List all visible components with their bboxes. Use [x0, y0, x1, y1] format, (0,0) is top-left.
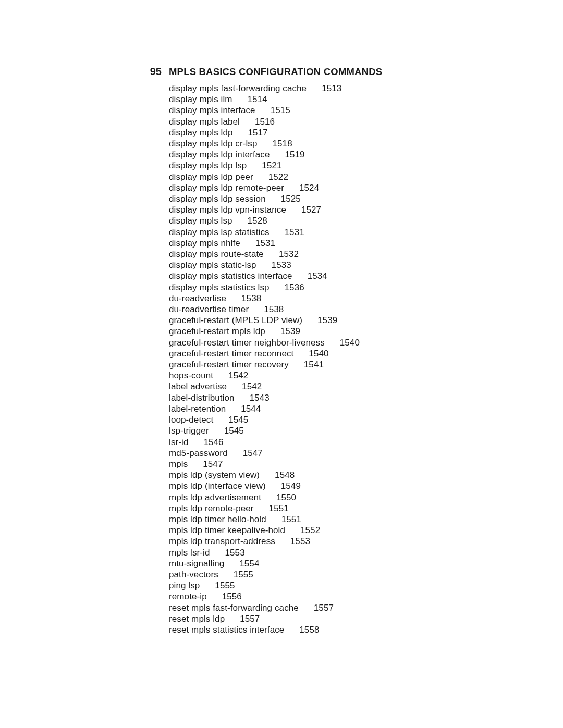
toc-entry: label-distribution 1543 — [169, 392, 512, 403]
toc-entry: lsr-id 1546 — [169, 437, 512, 448]
toc-entry: mpls ldp remote-peer 1551 — [169, 503, 512, 514]
toc-entry: graceful-restart (MPLS LDP view) 1539 — [169, 315, 512, 326]
toc-entry: ping lsp 1555 — [169, 580, 512, 591]
toc-entry-page: 1522 — [268, 172, 288, 182]
toc-entry: label-retention 1544 — [169, 403, 512, 414]
toc-entry-page: 1540 — [340, 338, 360, 348]
toc-entry-command: lsp-trigger — [169, 426, 209, 436]
toc-entry-page: 1540 — [309, 349, 328, 359]
toc-entry-page: 1547 — [203, 459, 223, 469]
toc-entry-page: 1521 — [262, 161, 282, 170]
toc-entry-command: mpls ldp remote-peer — [169, 503, 254, 513]
toc-entry-command: graceful-restart timer neighbor-liveness — [169, 338, 325, 348]
chapter-number: 95 — [137, 66, 162, 78]
toc-entry-page: 1556 — [222, 591, 242, 601]
chapter-title: MPLS BASICS CONFIGURATION COMMANDS — [169, 66, 382, 78]
toc-entry-command: label advertise — [169, 381, 227, 391]
toc-entry: mpls 1547 — [169, 459, 512, 470]
toc-entry-command: lsr-id — [169, 437, 188, 447]
toc-entry-page: 1525 — [281, 194, 301, 204]
toc-entry: mpls ldp timer keepalive-hold 1552 — [169, 525, 512, 536]
toc-entry-page: 1514 — [248, 94, 267, 104]
toc-entry-page: 1524 — [299, 183, 319, 193]
toc-entry: mpls ldp (system view) 1548 — [169, 470, 512, 480]
toc-entry-command: label-distribution — [169, 393, 235, 403]
toc-entry: display mpls lsp statistics 1531 — [169, 227, 512, 238]
toc-entry-command: display mpls ldp vpn-instance — [169, 205, 286, 215]
toc-entry: mpls ldp (interface view) 1549 — [169, 480, 512, 491]
toc-entry-page: 1555 — [215, 581, 235, 590]
toc-entry-command: mpls — [169, 459, 188, 469]
toc-entry: display mpls interface 1515 — [169, 105, 512, 116]
toc-entry: graceful-restart timer neighbor-liveness… — [169, 337, 512, 348]
toc-entry-command: display mpls label — [169, 117, 240, 127]
toc-entry-command: mpls ldp (system view) — [169, 470, 260, 480]
toc-entry-page: 1516 — [255, 117, 275, 127]
toc-entry-command: display mpls interface — [169, 105, 255, 115]
toc-entry-page: 1538 — [264, 304, 284, 314]
toc-entry-page: 1538 — [241, 293, 261, 303]
toc-entry-page: 1544 — [241, 404, 261, 414]
toc-entry: lsp-trigger 1545 — [169, 425, 512, 436]
toc-entry: loop-detect 1545 — [169, 414, 512, 425]
toc-entry-command: label-retention — [169, 404, 226, 414]
toc-entry-command: display mpls static-lsp — [169, 260, 256, 270]
toc-entry-command: du-readvertise timer — [169, 304, 249, 314]
toc-entry-page: 1553 — [290, 536, 310, 546]
toc-entry-command: mpls lsr-id — [169, 548, 210, 558]
toc-entry-command: mpls ldp transport-address — [169, 536, 275, 546]
toc-entry-page: 1528 — [248, 216, 267, 226]
toc-entry-page: 1545 — [228, 415, 248, 425]
toc-entry-command: hops-count — [169, 371, 213, 380]
toc-entry-page: 1555 — [234, 570, 253, 579]
toc-entry-command: graceful-restart mpls ldp — [169, 326, 265, 336]
toc-entry-command: mtu-signalling — [169, 559, 224, 569]
toc-entry-command: display mpls lsp statistics — [169, 227, 270, 237]
toc-entry-page: 1542 — [228, 371, 248, 380]
toc-entry-page: 1541 — [304, 360, 324, 369]
toc-entry-page: 1533 — [272, 260, 291, 270]
toc-entry-command: mpls ldp (interface view) — [169, 481, 266, 491]
toc-entry-page: 1543 — [250, 393, 270, 403]
toc-entry-command: display mpls ldp remote-peer — [169, 183, 284, 193]
toc-entry-page: 1515 — [271, 105, 290, 115]
toc-entry: display mpls ldp cr-lsp 1518 — [169, 138, 512, 149]
toc-entry-page: 1531 — [255, 238, 275, 248]
toc-entry-page: 1532 — [279, 249, 299, 259]
toc-entry-page: 1539 — [317, 315, 337, 325]
toc-entry-page: 1550 — [276, 492, 296, 502]
toc-entry-command: du-readvertise — [169, 293, 226, 303]
toc-entry: display mpls lsp 1528 — [169, 215, 512, 226]
toc-entry: display mpls ldp lsp 1521 — [169, 160, 512, 171]
toc-entry: md5-password 1547 — [169, 448, 512, 459]
toc-entry-command: reset mpls ldp — [169, 614, 225, 624]
toc-entry: mpls lsr-id 1553 — [169, 547, 512, 558]
toc-entry: du-readvertise 1538 — [169, 293, 512, 304]
toc-entry-command: display mpls statistics interface — [169, 271, 292, 281]
toc-entry: mpls ldp timer hello-hold 1551 — [169, 514, 512, 525]
toc-entry-command: md5-password — [169, 448, 228, 458]
toc-entry: display mpls ldp peer 1522 — [169, 171, 512, 182]
toc-entry-command: reset mpls statistics interface — [169, 625, 284, 635]
toc-entry-command: display mpls nhlfe — [169, 238, 240, 248]
toc-entry-page: 1552 — [300, 525, 320, 535]
toc-entry-page: 1534 — [308, 271, 327, 281]
toc-entry-page: 1536 — [285, 282, 304, 292]
toc-entry-command: mpls ldp timer keepalive-hold — [169, 525, 285, 535]
toc-entry-page: 1557 — [240, 614, 260, 624]
toc-entry-command: path-vectors — [169, 570, 218, 579]
toc-entry-command: ping lsp — [169, 581, 200, 590]
toc-entry-page: 1531 — [285, 227, 304, 237]
toc-entry-command: mpls ldp timer hello-hold — [169, 514, 266, 524]
toc-entry: display mpls fast-forwarding cache 1513 — [169, 83, 512, 94]
toc-entry: du-readvertise timer 1538 — [169, 304, 512, 315]
toc-entry-command: graceful-restart timer recovery — [169, 360, 289, 369]
toc-entry-command: display mpls ldp lsp — [169, 161, 247, 170]
toc-entry-command: mpls ldp advertisement — [169, 492, 261, 502]
toc-entry-command: display mpls route-state — [169, 249, 264, 259]
toc-entries: display mpls fast-forwarding cache 1513d… — [169, 83, 512, 635]
toc-entry: reset mpls statistics interface 1558 — [169, 624, 512, 635]
toc-entry: display mpls label 1516 — [169, 116, 512, 127]
toc-entry: hops-count 1542 — [169, 370, 512, 381]
toc-entry-page: 1547 — [243, 448, 263, 458]
